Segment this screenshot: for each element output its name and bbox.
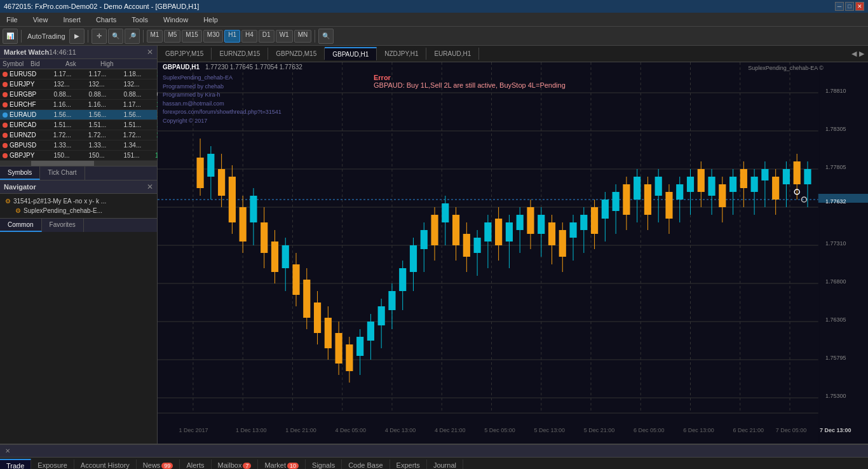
mw-bid-eurchf: 1.16... <box>36 101 71 108</box>
tab-exposure[interactable]: Exposure <box>31 459 74 470</box>
mw-symbol-eurjpy: EURJPY <box>3 81 34 88</box>
tf-m30[interactable]: M30 <box>203 30 223 43</box>
time-3: 1 Dec 21:00 <box>285 427 316 433</box>
mw-dot-eurcad <box>3 123 8 128</box>
chart-tab-gbpjpy[interactable]: GBPJPY,M15 <box>158 48 212 60</box>
menu-insert[interactable]: Insert <box>59 15 85 25</box>
mw-tab-tick[interactable]: Tick Chart <box>40 167 85 180</box>
tf-w1[interactable]: W1 <box>276 30 293 43</box>
mw-row-eurjpy[interactable]: EURJPY 132... 132... 132... <box>0 79 157 90</box>
tab-journal[interactable]: Journal <box>427 459 463 470</box>
crosshair-btn[interactable]: ✛ <box>92 29 107 44</box>
time-4: 4 Dec 05:00 <box>336 427 367 433</box>
svg-rect-91 <box>676 184 683 200</box>
svg-rect-53 <box>474 238 481 253</box>
toolbar-sep-1 <box>21 30 22 43</box>
zoom-in-btn[interactable]: 🔍 <box>108 29 123 44</box>
mw-dot-gbpusd <box>3 143 8 148</box>
svg-rect-15 <box>271 241 278 272</box>
chart-tab-right-arrow[interactable]: ▶ <box>859 50 864 58</box>
mw-chg-gbpjpy: 1 <box>139 152 158 159</box>
chart-tab-left-arrow[interactable]: ◀ <box>851 50 857 58</box>
nav-item-ea1[interactable]: ⚙ 31541-p2#13-My EA -no x y- k ... <box>3 196 154 206</box>
tab-codebase[interactable]: Code Base <box>342 459 390 470</box>
svg-rect-49 <box>452 215 459 245</box>
tab-trade[interactable]: Trade <box>0 459 31 470</box>
mw-symbol-euraud: EURAUD <box>3 111 36 118</box>
tf-m1[interactable]: M1 <box>147 30 163 43</box>
menu-tools[interactable]: Tools <box>128 15 152 25</box>
price-2: 1.78305 <box>825 126 846 132</box>
mw-ask-eurusd: 1.17... <box>71 71 106 78</box>
zoom-out-btn[interactable]: 🔎 <box>125 29 140 44</box>
market-watch-title: Market Watch <box>4 48 49 56</box>
tf-m5[interactable]: M5 <box>164 30 180 43</box>
navigator-close[interactable]: ✕ <box>147 182 153 191</box>
svg-rect-37 <box>388 291 395 310</box>
time-6: 4 Dec 21:00 <box>435 427 466 433</box>
mw-row-eurchf[interactable]: EURCHF 1.16... 1.16... 1.17... 1 <box>0 100 157 110</box>
menu-file[interactable]: File <box>3 15 22 25</box>
svg-rect-99 <box>719 184 726 207</box>
mw-row-euraud[interactable]: EURAUD 1.56... 1.56... 1.56... 1 <box>0 110 157 120</box>
mw-row-eurusd[interactable]: EURUSD 1.17... 1.17... 1.18... 1 <box>0 69 157 79</box>
mw-row-gbpjpy[interactable]: GBPJPY 150... 150... 151... 1 <box>0 151 157 161</box>
tf-h1[interactable]: H1 <box>224 30 240 43</box>
bottom-close-btn[interactable]: ✕ <box>3 447 13 454</box>
menu-window[interactable]: Window <box>159 15 192 25</box>
tf-m15[interactable]: M15 <box>182 30 201 43</box>
price-axis-bg <box>820 62 868 444</box>
menu-view[interactable]: View <box>29 15 52 25</box>
menu-help[interactable]: Help <box>200 15 222 25</box>
tab-market[interactable]: Market10 <box>258 459 306 470</box>
mw-row-gbpusd[interactable]: GBPUSD 1.33... 1.33... 1.34... <box>0 140 157 151</box>
autotrading-label: AutoTrading <box>25 32 68 40</box>
autotrading-btn[interactable]: ▶ <box>69 29 85 44</box>
mw-symbol-eurchf: EURCHF <box>3 101 36 108</box>
mw-row-eurcad[interactable]: EURCAD 1.51... 1.51... 1.51... 1 <box>0 120 157 130</box>
nav-item-ea2[interactable]: ⚙ SuplexPending_chehab-E... <box>3 206 154 215</box>
nav-tab-common[interactable]: Common <box>0 219 42 232</box>
minimize-button[interactable]: ─ <box>835 2 844 11</box>
mw-ask-eurgbp: 0.88... <box>71 91 106 98</box>
mw-scrollbar[interactable] <box>0 161 157 166</box>
tab-news[interactable]: News99 <box>137 459 180 470</box>
close-button[interactable]: ✕ <box>855 2 864 11</box>
svg-rect-13 <box>261 222 268 253</box>
search-btn[interactable]: 🔍 <box>318 29 334 44</box>
tab-mailbox[interactable]: Mailbox7 <box>212 459 259 470</box>
svg-rect-73 <box>580 215 587 230</box>
time-1: 1 Dec 2017 <box>179 427 208 433</box>
time-2: 1 Dec 13:00 <box>236 427 267 433</box>
tab-alerts[interactable]: Alerts <box>180 459 211 470</box>
nav-tab-favorites[interactable]: Favorites <box>42 219 84 232</box>
chart-tab-nzdjpy[interactable]: NZDJPY,H1 <box>377 48 426 60</box>
tf-mn[interactable]: MN <box>294 30 312 43</box>
chart-tab-gbpnzd[interactable]: GBPNZD,M15 <box>268 48 325 60</box>
market-watch-close[interactable]: ✕ <box>147 48 153 57</box>
tf-d1[interactable]: D1 <box>259 30 275 43</box>
svg-rect-65 <box>538 215 545 234</box>
col-high: High <box>100 60 135 67</box>
tab-account-history[interactable]: Account History <box>74 459 137 470</box>
chart-tab-eurnzd[interactable]: EURNZD,M15 <box>212 48 268 60</box>
mw-row-eurnzd[interactable]: EURNZD 1.72... 1.72... 1.72... 1 <box>0 130 157 140</box>
mw-dot-eurgbp <box>3 92 8 97</box>
mw-row-eurgbp[interactable]: EURGBP 0.88... 0.88... 0.88... 0 <box>0 90 157 100</box>
tab-experts[interactable]: Experts <box>390 459 427 470</box>
maximize-button[interactable]: □ <box>845 2 854 11</box>
svg-rect-45 <box>431 215 438 245</box>
chart-tab-gbpaud[interactable]: GBPAUD,H1 <box>325 47 377 60</box>
mw-scrollbar-thumb[interactable] <box>31 161 94 166</box>
nav-item-label-2: SuplexPending_chehab-E... <box>24 207 102 214</box>
tab-signals[interactable]: Signals <box>306 459 342 470</box>
chart-container[interactable]: GBPAUD,H1 1.77230 1.77645 1.77054 1.7763… <box>158 62 868 444</box>
tf-h4[interactable]: H4 <box>241 30 257 43</box>
mw-bid-euraud: 1.56... <box>36 111 71 118</box>
menu-charts[interactable]: Charts <box>92 15 120 25</box>
new-chart-btn[interactable]: 📊 <box>3 29 18 44</box>
chart-tab-euraud[interactable]: EURAUD,H1 <box>426 48 479 60</box>
mw-tab-symbols[interactable]: Symbols <box>0 167 40 180</box>
svg-rect-75 <box>591 207 598 234</box>
mw-dot-eurusd <box>3 72 8 77</box>
